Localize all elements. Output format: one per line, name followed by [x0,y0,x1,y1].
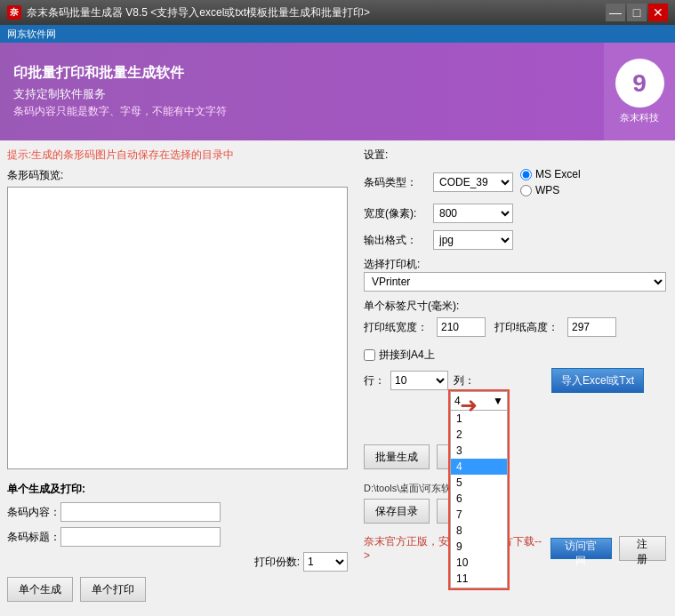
printer-section: 选择打印机: VPrinter [364,257,666,292]
printer-label: 选择打印机: [364,257,666,272]
single-gen-title: 单个生成及打印: [7,482,348,497]
size-row: 打印纸宽度： 打印纸高度： [364,317,666,337]
cols-option-9[interactable]: 9 [451,539,507,555]
app-icon: 奈 [7,5,21,20]
header-left: 印批量打印和批量生成软件 支持定制软件服务 条码内容只能是数字、字母，不能有中文… [0,43,604,140]
footer-row: 奈末官方正版，安全放心，官方下载--> 访问官网 注册 [364,534,666,562]
ms-excel-label: MS Excel [535,168,581,180]
copies-select[interactable]: 1 2 3 [303,552,348,572]
print-width-label: 打印纸宽度： [364,320,428,335]
width-row: 宽度(像素): 800 600 400 200 [364,204,666,223]
cols-option-8[interactable]: 8 [451,523,507,539]
cols-option-10[interactable]: 10 [451,555,507,571]
logo-circle: 9 [615,59,664,108]
size-label: 单个标签尺寸(毫米): [364,299,666,314]
barcode-type-select[interactable]: CODE_39 CODE_128 EAN_13 QR_CODE [433,172,513,192]
barcode-subtitle-input[interactable] [60,527,221,547]
cols-dropdown-header: 4 ▼ 1 2 3 4 5 6 7 8 9 10 11 [448,389,510,590]
barcode-content-input[interactable] [60,502,221,522]
header-title: 印批量打印和批量生成软件 [13,64,591,83]
rows-cols-row: 行： 10 列： 4 ▼ 1 2 3 4 5 [364,368,666,393]
wps-radio[interactable] [520,185,532,196]
cols-option-11[interactable]: 11 [451,571,507,587]
arrow-indicator: ➜ [460,393,478,418]
header-sub: 支持定制软件服务 [13,86,591,102]
title-buttons: — □ ✕ [606,4,668,21]
logo-number: 9 [632,69,647,98]
rows-select[interactable]: 10 [390,371,448,390]
preview-label: 条形码预览: [7,168,348,183]
cols-option-5[interactable]: 5 [451,475,507,491]
single-btn-row: 单个生成 单个打印 [7,577,348,602]
single-print-button[interactable]: 单个打印 [80,577,146,602]
rows-label: 行： [364,373,385,388]
batch-section: 批量生成 批量 [364,444,666,475]
format-label: 输出格式： [364,233,426,248]
header-banner: 印批量打印和批量生成软件 支持定制软件服务 条码内容只能是数字、字母，不能有中文… [0,43,675,140]
cols-option-7[interactable]: 7 [451,507,507,523]
print-copies-row: 打印份数: 1 2 3 [7,552,348,572]
width-select[interactable]: 800 600 400 200 [433,204,513,223]
site-text: 网东软件网 [7,28,56,41]
format-select[interactable]: jpg png bmp [433,230,513,250]
fit-a4-checkbox[interactable] [364,349,375,361]
barcode-type-label: 条码类型： [364,175,426,190]
cols-option-3[interactable]: 3 [451,443,507,459]
barcode-type-row: 条码类型： CODE_39 CODE_128 EAN_13 QR_CODE MS… [364,168,666,196]
cols-current[interactable]: 4 ▼ [450,391,508,411]
close-button[interactable]: ✕ [648,4,668,21]
header-info: 条码内容只能是数字、字母，不能有中文字符 [13,104,591,119]
cols-option-6[interactable]: 6 [451,491,507,507]
wps-option[interactable]: WPS [520,184,581,196]
cols-dropdown-list[interactable]: 1 2 3 4 5 6 7 8 9 10 11 12 13 14 [450,411,508,588]
left-panel: 提示:生成的条形码图片自动保存在选择的目录中 条形码预览: 单个生成及打印: 条… [0,140,355,616]
excel-wps-group: MS Excel WPS [520,168,581,196]
cols-dropdown-arrow: ▼ [493,395,503,407]
ms-excel-option[interactable]: MS Excel [520,168,581,180]
single-gen-button[interactable]: 单个生成 [7,577,73,602]
cols-option-4[interactable]: 4 [451,459,507,475]
format-row: 输出格式： jpg png bmp [364,230,666,250]
register-button[interactable]: 注册 [619,536,666,561]
batch-btn-row: 批量生成 批量 [364,444,666,469]
path-row: D:\tools\桌面\河东软件园\ [364,482,666,495]
window-title: 奈末条码批量生成器 V8.5 <支持导入excel或txt模板批量生成和批量打印… [27,5,606,20]
wps-label: WPS [535,184,559,196]
action-row: 保存目录 查看结果 [364,499,666,524]
title-bar: 奈 奈末条码批量生成器 V8.5 <支持导入excel或txt模板批量生成和批量… [0,0,675,25]
import-excel-button[interactable]: 导入Excel或Txt [551,368,644,393]
settings-title: 设置: [364,148,666,163]
main-content: 提示:生成的条形码图片自动保存在选择的目录中 条形码预览: 单个生成及打印: 条… [0,140,675,616]
cols-dropdown: 4 ▼ 1 2 3 4 5 6 7 8 9 10 11 [448,389,510,590]
width-label: 宽度(像素): [364,206,426,221]
printer-select[interactable]: VPrinter [364,272,666,292]
cols-option-12[interactable]: 12 [451,587,507,588]
fit-a4-label: 拼接到A4上 [379,348,435,363]
visit-website-button[interactable]: 访问官网 [550,538,612,559]
hint-text: 提示:生成的条形码图片自动保存在选择的目录中 [7,148,348,163]
single-gen-section: 单个生成及打印: 条码内容： 条码标题： 打印份数: 1 2 3 单个生成 单个… [7,482,348,609]
barcode-subtitle-row: 条码标题： [7,527,348,547]
logo-company: 奈末科技 [620,111,659,124]
maximize-button[interactable]: □ [627,4,647,21]
minimize-button[interactable]: — [606,4,625,21]
right-panel: 设置: 条码类型： CODE_39 CODE_128 EAN_13 QR_COD… [355,140,675,616]
copies-label: 打印份数: [254,555,300,570]
print-height-label: 打印纸高度： [494,320,558,335]
save-dir-button[interactable]: 保存目录 [364,499,430,524]
site-bar: 网东软件网 [0,25,675,43]
cols-label: 列： [454,373,475,388]
barcode-content-row: 条码内容： [7,502,348,522]
logo-area: 9 奈末科技 [604,43,675,140]
batch-gen-button[interactable]: 批量生成 [364,444,430,469]
preview-box [7,187,348,469]
size-section: 单个标签尺寸(毫米): 打印纸宽度： 打印纸高度： [364,299,666,340]
barcode-content-label: 条码内容： [7,505,60,520]
ms-excel-radio[interactable] [520,169,532,180]
fit-a4-row: 拼接到A4上 [364,348,666,363]
cols-option-2[interactable]: 2 [451,427,507,443]
barcode-subtitle-label: 条码标题： [7,530,60,545]
print-width-input[interactable] [437,317,486,337]
print-height-input[interactable] [567,317,616,337]
